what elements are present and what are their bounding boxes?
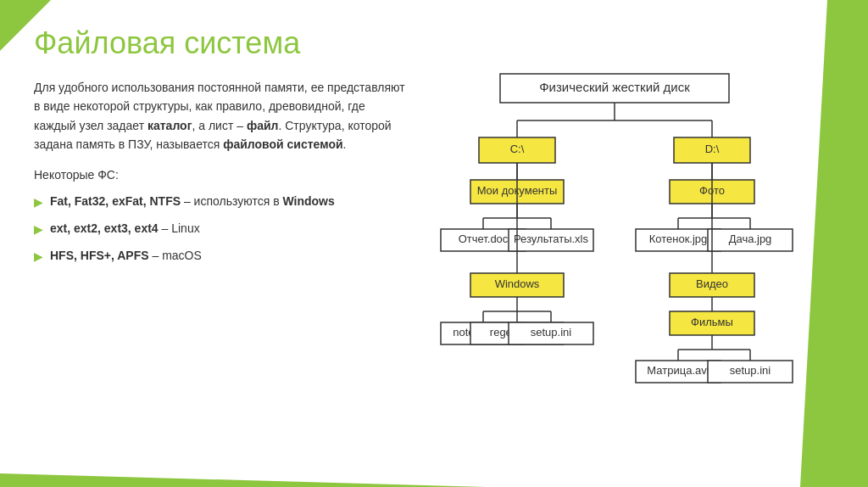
bullet-arrow-icon: ▶ <box>34 193 43 211</box>
svg-text:Отчет.doc: Отчет.doc <box>459 232 509 245</box>
list-item-text: Fat, Fat32, exFat, NTFS – используются в… <box>50 193 335 210</box>
svg-text:setup.ini: setup.ini <box>531 326 572 339</box>
list-item-text: ext, ext2, ext3, ext4 – Linux <box>50 220 200 238</box>
bullet-arrow-icon: ▶ <box>34 221 43 238</box>
intro-paragraph: Для удобного использования постоянной па… <box>34 78 407 154</box>
list-item: ▶ HFS, HFS+, APFS – macOS <box>34 247 407 266</box>
svg-text:D:\: D:\ <box>705 143 720 155</box>
some-fs-label: Некоторые ФС: <box>34 166 407 184</box>
svg-text:Дача.jpg: Дача.jpg <box>729 232 772 245</box>
page-title: Файловая система <box>34 25 834 61</box>
svg-text:Windows: Windows <box>495 277 540 290</box>
bullet-arrow-icon: ▶ <box>34 248 43 266</box>
content-area: Для удобного использования постоянной па… <box>34 78 834 487</box>
svg-text:C:\: C:\ <box>510 143 525 155</box>
main-content: Файловая система Для удобного использова… <box>0 0 868 487</box>
svg-text:Фильмы: Фильмы <box>691 316 733 328</box>
file-system-diagram: Физический жесткий диск C:\ D:\ <box>432 70 834 487</box>
list-item: ▶ Fat, Fat32, exFat, NTFS – используются… <box>34 193 407 211</box>
svg-text:setup.ini: setup.ini <box>730 364 771 377</box>
bullet-list: ▶ Fat, Fat32, exFat, NTFS – используются… <box>34 193 407 266</box>
left-panel: Для удобного использования постоянной па… <box>34 78 407 274</box>
list-item: ▶ ext, ext2, ext3, ext4 – Linux <box>34 220 407 238</box>
svg-text:Результаты.xls: Результаты.xls <box>514 232 588 245</box>
svg-text:Видео: Видео <box>696 277 728 290</box>
svg-text:Матрица.avi: Матрица.avi <box>647 364 709 377</box>
svg-text:Физический жесткий диск: Физический жесткий диск <box>539 80 690 94</box>
diagram-svg: Физический жесткий диск C:\ D:\ <box>432 70 797 485</box>
list-item-text: HFS, HFS+, APFS – macOS <box>50 247 202 265</box>
svg-text:Котенок.jpg: Котенок.jpg <box>649 232 708 245</box>
